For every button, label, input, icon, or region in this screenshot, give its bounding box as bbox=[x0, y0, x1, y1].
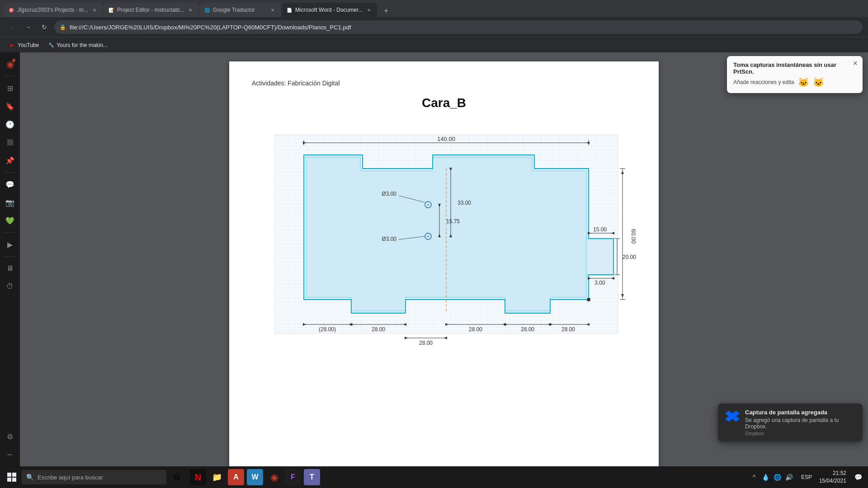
svg-point-70 bbox=[587, 298, 590, 301]
taskbar-notification-button[interactable]: 💬 bbox=[852, 471, 864, 483]
back-button[interactable]: ← bbox=[5, 21, 18, 33]
sidebar-icon-history[interactable]: 🕐 bbox=[2, 116, 18, 132]
teams-icon[interactable]: T bbox=[304, 469, 320, 485]
tab-2[interactable]: 📝 Project Editor - Instructabl... ✕ bbox=[104, 3, 198, 17]
notification-icon-1: 🐱 bbox=[798, 77, 809, 88]
tab-3-favicon: 🌐 bbox=[204, 7, 210, 13]
search-icon: 🔍 bbox=[26, 474, 34, 481]
svg-text:28.00: 28.00 bbox=[469, 326, 482, 333]
sidebar-icon-clock[interactable]: ⏱ bbox=[2, 278, 18, 295]
tab-4-close[interactable]: ✕ bbox=[365, 6, 373, 14]
figma-icon[interactable]: F bbox=[285, 469, 301, 485]
tab-1-favicon: 🎯 bbox=[8, 7, 14, 13]
start-button[interactable] bbox=[4, 469, 20, 485]
tab-1-label: JIgscruz2003's Projects - In... bbox=[17, 7, 88, 13]
instructables-favicon: 🔧 bbox=[48, 42, 54, 48]
reload-button[interactable]: ↻ bbox=[38, 21, 51, 33]
svg-text:20.00: 20.00 bbox=[623, 254, 636, 260]
tab-2-close[interactable]: ✕ bbox=[187, 6, 194, 14]
technical-drawing: 140.00 60.00 15.00 bbox=[252, 121, 636, 356]
tab-1-close[interactable]: ✕ bbox=[91, 6, 98, 14]
youtube-favicon: ▶ bbox=[9, 42, 15, 48]
sidebar-icon-settings[interactable]: ⚙ bbox=[2, 428, 18, 445]
tab-3-label: Google Traductor bbox=[213, 7, 266, 13]
svg-marker-67 bbox=[405, 337, 408, 339]
sidebar-divider-4 bbox=[4, 256, 16, 257]
svg-text:60.00: 60.00 bbox=[630, 229, 637, 244]
svg-text:140.00: 140.00 bbox=[437, 136, 455, 142]
new-tab-button[interactable]: + bbox=[380, 5, 392, 17]
taskbar-time: 21:52 bbox=[819, 469, 846, 477]
dropbox-toast-title: Captura de pantalla agregada bbox=[745, 409, 855, 416]
url-text: file:///C:/Users/JORGE%20LUIS/Dropbox/Mi… bbox=[70, 24, 857, 31]
dropbox-toast: Captura de pantalla agregada Se agregó u… bbox=[718, 404, 863, 441]
dropbox-toast-text: Captura de pantalla agregada Se agregó u… bbox=[745, 409, 855, 436]
svg-text:15.75: 15.75 bbox=[446, 218, 460, 225]
sidebar-icon-speeddial[interactable]: ⊞ bbox=[2, 80, 18, 96]
sidebar-icon-pinboard[interactable]: 📌 bbox=[2, 152, 18, 169]
svg-marker-68 bbox=[444, 337, 447, 339]
svg-text:Ø3.00: Ø3.00 bbox=[382, 191, 396, 197]
notification-body: Añade reacciones y edita 🐱 🐱 bbox=[733, 77, 856, 88]
pdf-subtitle: Actividades: Fabricación Digital bbox=[252, 80, 636, 87]
word-icon[interactable]: W bbox=[247, 469, 263, 485]
taskbar-search[interactable]: 🔍 Escribe aquí para buscar bbox=[22, 470, 166, 484]
notification-title: Toma capturas instantáneas sin usar PrtS… bbox=[733, 61, 856, 75]
browser-chrome: 🎯 JIgscruz2003's Projects - In... ✕ 📝 Pr… bbox=[0, 0, 868, 52]
tab-3-close[interactable]: ✕ bbox=[269, 6, 276, 14]
notification-text: Añade reacciones y edita bbox=[733, 79, 794, 85]
sidebar-icon-bookmarks[interactable]: 🔖 bbox=[2, 98, 18, 114]
tray-volume[interactable]: 🔊 bbox=[785, 473, 794, 482]
tab-bar: 🎯 JIgscruz2003's Projects - In... ✕ 📝 Pr… bbox=[0, 0, 868, 17]
svg-rect-75 bbox=[12, 473, 16, 477]
file-explorer-icon[interactable]: 📁 bbox=[209, 469, 225, 485]
tab-1[interactable]: 🎯 JIgscruz2003's Projects - In... ✕ bbox=[4, 3, 103, 17]
svg-rect-74 bbox=[7, 473, 11, 477]
svg-text:3.00: 3.00 bbox=[594, 280, 605, 286]
sidebar-icon-workspaces[interactable]: ⬛ bbox=[2, 134, 18, 150]
sidebar-icon-whatsapp[interactable]: 💚 bbox=[2, 212, 18, 229]
svg-point-33 bbox=[428, 236, 429, 237]
notification-icon-2: 🐱 bbox=[813, 77, 824, 88]
tab-4[interactable]: 📄 Microsoft Word - Documer... ✕ bbox=[282, 3, 377, 17]
opera-taskbar-icon[interactable]: ◉ bbox=[266, 469, 282, 485]
sidebar-icon-messenger[interactable]: 💬 bbox=[2, 176, 18, 192]
notification-close[interactable]: ✕ bbox=[853, 60, 858, 67]
netflix-icon[interactable]: N bbox=[190, 469, 206, 485]
dropbox-logo bbox=[725, 409, 740, 423]
sidebar-icon-more[interactable]: ••• bbox=[2, 446, 18, 463]
sidebar-icon-opera[interactable]: ◉ bbox=[2, 56, 18, 72]
svg-text:28.00: 28.00 bbox=[419, 340, 433, 346]
taskbar-clock[interactable]: 21:52 15/04/2021 bbox=[816, 469, 850, 485]
sidebar-icon-monitor[interactable]: 🖥 bbox=[2, 260, 18, 277]
bookmark-youtube[interactable]: ▶ YouTube bbox=[5, 40, 42, 50]
tray-network[interactable]: 🌐 bbox=[773, 473, 782, 482]
dropbox-toast-subtitle: Se agregó una captura de pantalla a tu D… bbox=[745, 417, 855, 430]
system-tray: ^ 💧 🌐 🔊 bbox=[746, 473, 797, 482]
taskview-button[interactable]: ⧉ bbox=[168, 469, 184, 485]
forward-button[interactable]: → bbox=[22, 21, 34, 33]
svg-text:28.00: 28.00 bbox=[561, 326, 575, 333]
pdf-page: Actividades: Fabricación Digital Cara_B bbox=[229, 61, 659, 466]
svg-text:15.00: 15.00 bbox=[593, 226, 607, 233]
sidebar-icon-player[interactable]: ▶ bbox=[2, 236, 18, 253]
svg-marker-14 bbox=[621, 171, 624, 174]
sidebar-icon-instagram[interactable]: 📷 bbox=[2, 194, 18, 211]
svg-text:(28.00): (28.00) bbox=[319, 326, 336, 333]
address-input[interactable]: 🔒 file:///C:/Users/JORGE%20LUIS/Dropbox/… bbox=[54, 20, 863, 34]
taskbar-app-icons: N 📁 A W ◉ F T bbox=[190, 469, 320, 485]
svg-point-31 bbox=[428, 204, 429, 206]
tab-4-favicon: 📄 bbox=[286, 7, 292, 13]
taskbar-language[interactable]: ESP bbox=[799, 474, 814, 480]
dropbox-toast-source: Dropbox bbox=[745, 431, 855, 436]
taskbar: 🔍 Escribe aquí para buscar ⧉ N 📁 A W ◉ F… bbox=[0, 466, 868, 488]
tray-dropbox[interactable]: 💧 bbox=[761, 473, 770, 482]
tab-3[interactable]: 🌐 Google Traductor ✕ bbox=[199, 3, 281, 17]
autocad-icon[interactable]: A bbox=[228, 469, 244, 485]
sidebar-divider-2 bbox=[4, 172, 16, 173]
sidebar: ◉ ⊞ 🔖 🕐 ⬛ 📌 💬 📷 💚 ▶ 🖥 ⏱ ⚙ ••• bbox=[0, 52, 20, 466]
bookmark-instructables[interactable]: 🔧 Yours for the makin... bbox=[44, 40, 111, 50]
tray-expand[interactable]: ^ bbox=[750, 473, 759, 482]
lock-icon: 🔒 bbox=[60, 24, 66, 30]
svg-text:28.00: 28.00 bbox=[521, 326, 534, 333]
